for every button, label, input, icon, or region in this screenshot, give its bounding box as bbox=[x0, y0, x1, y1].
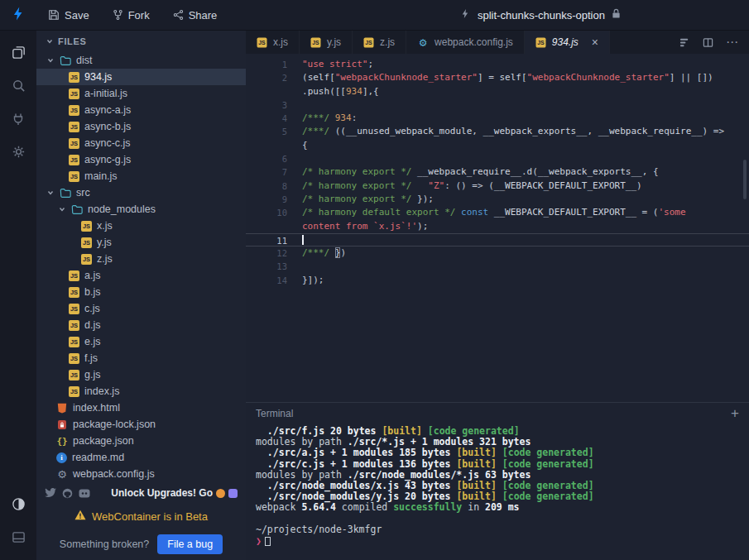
text-cursor bbox=[302, 235, 304, 245]
js-file-icon: JS bbox=[69, 270, 79, 281]
settings-panel-button[interactable] bbox=[0, 136, 36, 170]
files-icon bbox=[11, 45, 26, 63]
file-e.js[interactable]: JSe.js bbox=[36, 333, 246, 350]
code-text: { bbox=[302, 139, 749, 152]
file-index.html[interactable]: index.html bbox=[36, 400, 246, 416]
file-c.js[interactable]: JSc.js bbox=[36, 300, 246, 317]
split-editor-button[interactable] bbox=[703, 37, 713, 48]
code-text bbox=[302, 260, 749, 273]
file-async-b.js[interactable]: JSasync-b.js bbox=[36, 118, 246, 135]
theme-toggle-button[interactable] bbox=[0, 489, 36, 522]
ports-panel-button[interactable] bbox=[0, 103, 36, 136]
terminal-line: ~/projects/node-3kmfgr bbox=[256, 524, 749, 535]
line-number: 4 bbox=[246, 112, 287, 125]
file-z.js[interactable]: JSz.js bbox=[36, 251, 246, 267]
code-line[interactable]: 14}]); bbox=[246, 274, 749, 287]
js-file-icon: JS bbox=[69, 287, 79, 298]
code-line[interactable]: 11 bbox=[246, 233, 749, 246]
layout-icon bbox=[12, 530, 26, 547]
stackblitz-logo[interactable] bbox=[0, 6, 36, 24]
github-icon[interactable] bbox=[62, 488, 73, 499]
file-a-initial.js[interactable]: JSa-initial.js bbox=[36, 85, 246, 102]
file-package.json[interactable]: {}package.json bbox=[36, 433, 246, 449]
file-934.js[interactable]: JS934.js bbox=[36, 69, 246, 85]
line-number: 6 bbox=[246, 152, 287, 165]
project-name: split-chunks-chunks-option bbox=[478, 9, 605, 22]
tab-x.js[interactable]: JSx.js bbox=[246, 31, 300, 54]
js-file-icon: JS bbox=[81, 237, 92, 248]
code-line[interactable]: 7/* harmony export */ __webpack_require_… bbox=[246, 165, 749, 179]
file-readme.md[interactable]: ireadme.md bbox=[36, 449, 246, 466]
file-async-g.js[interactable]: JSasync-g.js bbox=[36, 151, 246, 168]
code-line[interactable]: 3 bbox=[246, 98, 749, 112]
code-editor[interactable]: 1"use strict";2(self["webpackChunknode_s… bbox=[246, 54, 749, 402]
file-async-c.js[interactable]: JSasync-c.js bbox=[36, 135, 246, 151]
file-f.js[interactable]: JSf.js bbox=[36, 350, 246, 366]
file-a.js[interactable]: JSa.js bbox=[36, 267, 246, 284]
file-index.js[interactable]: JSindex.js bbox=[36, 383, 246, 400]
gear-icon: ⚙ bbox=[56, 468, 68, 480]
json-file-icon: {} bbox=[56, 435, 68, 447]
line-number bbox=[246, 220, 287, 233]
project-title[interactable]: split-chunks-chunks-option bbox=[460, 0, 621, 30]
code-line[interactable]: 6 bbox=[246, 152, 749, 165]
tab-label: z.js bbox=[380, 36, 395, 48]
file-webpack.config.js[interactable]: ⚙webpack.config.js bbox=[36, 466, 246, 482]
discord-icon[interactable] bbox=[79, 489, 90, 498]
code-line[interactable]: 12/***/ }) bbox=[246, 246, 749, 260]
code-line[interactable]: 13 bbox=[246, 260, 749, 273]
prettier-button[interactable] bbox=[679, 37, 690, 48]
search-panel-button[interactable] bbox=[0, 70, 36, 103]
code-line[interactable]: 8/* harmony export */ "Z": () => (__WEBP… bbox=[246, 179, 749, 193]
layout-toggle-button[interactable] bbox=[0, 522, 36, 555]
folder-dist[interactable]: dist bbox=[36, 52, 246, 69]
code-line[interactable]: content from `x.js`!'); bbox=[246, 220, 749, 233]
tab-z.js[interactable]: JSz.js bbox=[353, 31, 406, 54]
files-panel-header[interactable]: FILES bbox=[36, 31, 246, 52]
folder-node_modules[interactable]: node_modules bbox=[36, 201, 246, 218]
terminal-body[interactable]: ./src/f.js 20 bytes [built] [code genera… bbox=[246, 424, 749, 560]
code-line[interactable]: 5/***/ ((__unused_webpack_module, __webp… bbox=[246, 125, 749, 138]
code-text: /* harmony default export */ const __WEB… bbox=[302, 206, 749, 219]
new-terminal-button[interactable]: + bbox=[731, 405, 739, 422]
file-a-bug-button[interactable]: File a bug bbox=[157, 534, 223, 554]
code-line[interactable]: 2(self["webpackChunknode_starter"] = sel… bbox=[246, 71, 749, 84]
file-b.js[interactable]: JSb.js bbox=[36, 284, 246, 300]
save-button[interactable]: Save bbox=[48, 9, 89, 22]
lock-icon[interactable] bbox=[612, 8, 621, 22]
tab-webpack.config.js[interactable]: ⚙webpack.config.js bbox=[406, 31, 525, 54]
share-button[interactable]: Share bbox=[173, 9, 218, 22]
file-main.js[interactable]: JSmain.js bbox=[36, 168, 246, 184]
code-line[interactable]: .push([[934],{ bbox=[246, 85, 749, 98]
code-line[interactable]: 1"use strict"; bbox=[246, 58, 749, 71]
folder-src[interactable]: src bbox=[36, 184, 246, 201]
terminal-cursor bbox=[265, 537, 271, 546]
editor-scrollbar[interactable] bbox=[743, 160, 747, 199]
code-line[interactable]: 4/***/ 934: bbox=[246, 112, 749, 125]
close-tab-icon[interactable]: × bbox=[592, 36, 598, 48]
unlock-upgrades-link[interactable]: Unlock Upgrades! Go bbox=[111, 487, 238, 499]
twitter-icon[interactable] bbox=[45, 488, 56, 498]
contrast-icon bbox=[12, 497, 26, 514]
file-d.js[interactable]: JSd.js bbox=[36, 317, 246, 333]
js-file-icon: JS bbox=[364, 37, 374, 47]
tab-934.js[interactable]: JS934.js× bbox=[525, 31, 610, 54]
code-text bbox=[302, 152, 749, 165]
file-async-a.js[interactable]: JSasync-a.js bbox=[36, 102, 246, 118]
code-line[interactable]: 10/* harmony default export */ const __W… bbox=[246, 206, 749, 219]
tab-y.js[interactable]: JSy.js bbox=[300, 31, 353, 54]
code-text: /***/ ((__unused_webpack_module, __webpa… bbox=[302, 125, 749, 138]
file-package-lock.json[interactable]: package-lock.json bbox=[36, 416, 246, 433]
file-x.js[interactable]: JSx.js bbox=[36, 218, 246, 234]
chevron-down-icon bbox=[46, 57, 55, 64]
code-line[interactable]: 9/* harmony export */ }); bbox=[246, 193, 749, 206]
code-text bbox=[302, 234, 749, 246]
fork-button[interactable]: Fork bbox=[113, 9, 150, 22]
more-actions-button[interactable]: ⋯ bbox=[726, 35, 739, 50]
line-number: 13 bbox=[246, 260, 287, 273]
file-y.js[interactable]: JSy.js bbox=[36, 234, 246, 251]
file-g.js[interactable]: JSg.js bbox=[36, 366, 246, 383]
files-panel-button[interactable] bbox=[0, 37, 36, 70]
code-line[interactable]: { bbox=[246, 139, 749, 152]
tab-label: 934.js bbox=[552, 36, 579, 48]
